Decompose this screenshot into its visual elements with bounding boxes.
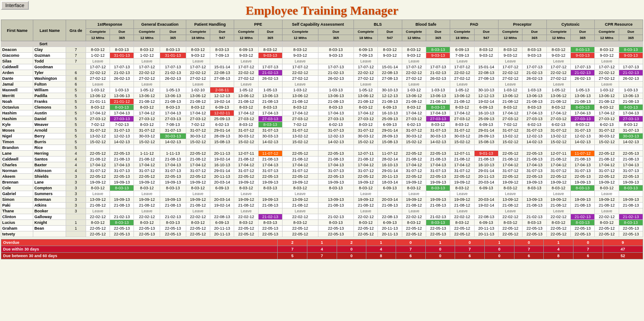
cell-complete: 19-09-12 bbox=[186, 197, 210, 203]
cell-complete: 8-03-12 bbox=[546, 185, 571, 191]
cell-due: 20-11-13 bbox=[474, 174, 498, 180]
cell-complete: 8-03-12 bbox=[546, 47, 571, 53]
cell-due: 30-03-13 bbox=[258, 133, 282, 139]
col-genevac-due: Due bbox=[160, 29, 186, 35]
cell-leave-empty bbox=[210, 82, 234, 87]
cell-due: 31-01-13 bbox=[110, 53, 134, 59]
cell-due: 17-07-13 bbox=[619, 64, 643, 70]
table-row: SimonBowman313-09-1219-09-1319-09-1219-0… bbox=[1, 197, 643, 203]
cell-firstname: Lucius bbox=[1, 220, 33, 226]
table-wrapper[interactable]: First Name Last Name Gra de 1stResponse … bbox=[1, 20, 643, 237]
cell-complete: 17-04-12 bbox=[595, 110, 619, 116]
cell-due: 7-08-13 bbox=[160, 122, 186, 128]
cell-complete: 8-03-12 bbox=[234, 185, 259, 191]
col-lastname: Last Name bbox=[33, 20, 66, 41]
cell-leave: Leave bbox=[546, 191, 571, 197]
cell-complete: 22-02-12 bbox=[134, 70, 160, 76]
cell-due: 13-06-13 bbox=[571, 93, 595, 99]
cell-due: 19-09-13 bbox=[160, 197, 186, 203]
cell-due: 12-12-13 bbox=[210, 93, 234, 99]
cell-complete: 22-05-12 bbox=[282, 226, 318, 231]
cell-leave-empty bbox=[619, 59, 643, 64]
cell-complete: 31-07-12 bbox=[186, 128, 210, 133]
cell-grade: 4 bbox=[66, 168, 86, 174]
cell-due: 15-08-13 bbox=[378, 139, 402, 145]
cell-complete: 7-09-13 bbox=[353, 53, 378, 59]
cell-due: 21-08-13 bbox=[318, 157, 353, 162]
cell-due: 21-08-13 bbox=[522, 157, 546, 162]
interface-button[interactable]: Interface bbox=[1, 1, 29, 10]
cell-empty bbox=[86, 145, 110, 151]
col-grade: Gra de bbox=[66, 20, 86, 41]
cell-grade: 5 bbox=[66, 110, 86, 116]
cell-firstname: Graham bbox=[1, 226, 33, 231]
cell-complete: 6-02-13 bbox=[402, 122, 426, 128]
cell-complete: 27-03-12 bbox=[282, 116, 318, 122]
cell-complete: 22-05-12 bbox=[498, 174, 522, 180]
cell-due: 16-10-13 bbox=[378, 110, 402, 116]
cell-complete: 27-03-12 bbox=[353, 116, 378, 122]
cell-due: 8-03-13 bbox=[571, 105, 595, 110]
cell-complete: 31-07-12 bbox=[546, 128, 571, 133]
col-ppe-due: Due bbox=[258, 29, 282, 35]
cell-leave-empty bbox=[160, 59, 186, 64]
cell-complete: 13-02-12 bbox=[282, 133, 318, 139]
sort-label[interactable]: Sort bbox=[1, 41, 86, 47]
cell-due: 6-09-13 bbox=[210, 105, 234, 110]
cell-due: 20-11-13 bbox=[378, 174, 402, 180]
cell-complete: 22-02-12 bbox=[234, 70, 259, 76]
cell-due: 22-05-13 bbox=[110, 174, 134, 180]
cell-due: 22-05-13 bbox=[571, 226, 595, 231]
cell-due: 12-02-13 bbox=[522, 133, 546, 139]
cell-due: 1-03-13 bbox=[318, 87, 353, 93]
cell-leave-empty bbox=[318, 82, 353, 87]
cell-grade: 7 bbox=[66, 47, 86, 53]
cell-due: 22-08-13 bbox=[474, 70, 498, 76]
cell-due: 27-03-13 bbox=[160, 116, 186, 122]
cell-complete: 19-09-12 bbox=[450, 180, 475, 185]
cell-lastname: Burris bbox=[33, 139, 66, 145]
cell-complete: 17-04-12 bbox=[450, 162, 475, 168]
cell-due: 21-02-13 bbox=[160, 214, 186, 220]
cell-due: 9-03-12 bbox=[474, 53, 498, 59]
cell-grade: 6 bbox=[66, 70, 86, 76]
cell-leave: Leave bbox=[282, 191, 318, 197]
cell-due: 7-09-13 bbox=[210, 53, 234, 59]
cell-due: 6-09-13 bbox=[378, 105, 402, 110]
cell-due: 8-03-12 bbox=[426, 122, 450, 128]
col-blood-months: 12 Mths bbox=[402, 35, 426, 41]
cell-complete: 8-03-12 bbox=[402, 185, 426, 191]
cell-complete: 22-02-12 bbox=[282, 214, 318, 220]
cell-complete: 12-07-11 bbox=[353, 151, 378, 157]
cell-complete: 8-03-12 bbox=[282, 105, 318, 110]
cell-complete: 27-03-12 bbox=[402, 116, 426, 122]
cell-due: 16-10-13 bbox=[210, 162, 234, 168]
cell-complete: 6-09-13 bbox=[450, 47, 475, 53]
cell-complete: 21-08-12 bbox=[282, 99, 318, 105]
cell-empty bbox=[378, 145, 402, 151]
cell-due: 22-05-13 bbox=[571, 231, 595, 237]
cell-complete: 8-03-12 bbox=[595, 220, 619, 226]
cell-complete: 22-05-12 bbox=[186, 231, 210, 237]
cell-due: 1-03-13 bbox=[522, 87, 546, 93]
cell-firstname: Norman bbox=[1, 168, 33, 174]
cell-complete: 19-09-12 bbox=[595, 197, 619, 203]
cell-due: 6-09-13 bbox=[474, 105, 498, 110]
cell-leave-empty bbox=[522, 59, 546, 64]
cell-grade: 5 bbox=[66, 93, 86, 99]
cell-empty bbox=[210, 145, 234, 151]
cell-lastname: Franks bbox=[33, 99, 66, 105]
cell-due: 19-09-13 bbox=[571, 197, 595, 203]
table-row: MosesArnold531-07-1231-07-1331-07-1231-0… bbox=[1, 128, 643, 133]
cell-complete: 8-03-12 bbox=[353, 220, 378, 226]
cell-due: 22-05-13 bbox=[619, 151, 643, 157]
cell-complete: 12-07-11 bbox=[234, 151, 259, 157]
cell-due: 11-07-12 bbox=[378, 151, 402, 157]
cell-firstname: Akeem bbox=[1, 174, 33, 180]
cell-complete: 27-03-12 bbox=[450, 116, 475, 122]
cell-complete: 8-03-12 bbox=[402, 47, 426, 53]
cell-complete: 21-08-12 bbox=[353, 203, 378, 208]
cell-complete: 31-07-12 bbox=[134, 168, 160, 174]
cell-due: 8-03-13 bbox=[210, 47, 234, 53]
cell-due: 8-03-12 bbox=[474, 47, 498, 53]
